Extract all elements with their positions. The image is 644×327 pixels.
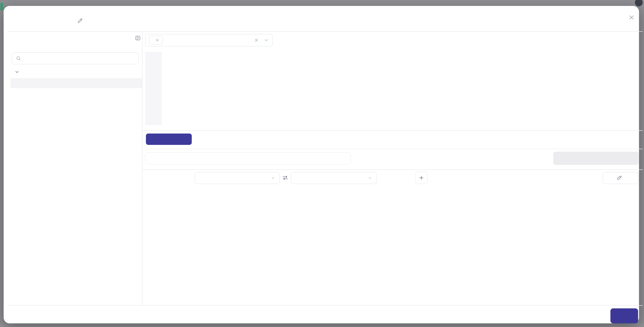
chevron-down-icon — [368, 176, 372, 180]
section-divider — [142, 169, 643, 170]
footer-divider — [7, 305, 643, 306]
avatar — [635, 0, 643, 6]
y-field-select[interactable] — [291, 172, 377, 184]
edit-style-button[interactable] — [603, 172, 638, 184]
clear-selection-icon[interactable] — [254, 38, 259, 43]
sql-editor[interactable] — [145, 53, 639, 124]
add-tile-modal — [4, 6, 639, 323]
chevron-down-icon[interactable] — [264, 38, 269, 43]
create-button[interactable] — [610, 308, 638, 323]
run-query-button[interactable] — [146, 134, 192, 145]
remove-dataset-icon[interactable] — [155, 38, 159, 42]
cancel-button[interactable] — [578, 308, 603, 323]
chart-type-tabs — [145, 152, 351, 164]
close-icon[interactable] — [628, 14, 635, 21]
brush-icon — [616, 175, 622, 181]
screen — [0, 0, 644, 327]
edit-title-icon[interactable] — [77, 18, 83, 24]
app-logo — [0, 3, 3, 11]
chart-table-toggle — [553, 152, 638, 165]
result-chart — [142, 189, 643, 305]
collapse-panel-icon[interactable] — [135, 35, 141, 41]
search-icon — [16, 56, 21, 61]
editor-divider — [142, 130, 643, 131]
dataset-select[interactable] — [145, 34, 273, 46]
chevron-down-icon[interactable] — [14, 70, 20, 75]
dataset-chip — [149, 36, 163, 45]
search-field-container — [12, 53, 138, 64]
add-group-by-button[interactable] — [415, 172, 428, 184]
dataset-row-astronomy-shop-traces[interactable] — [10, 78, 142, 88]
section-divider — [142, 149, 643, 149]
header-divider — [7, 31, 643, 32]
background-chart-strip — [0, 323, 644, 327]
swap-axes-icon[interactable] — [282, 174, 289, 181]
x-field-select[interactable] — [195, 172, 280, 184]
search-input[interactable] — [24, 55, 134, 62]
background-breadcrumb-bar — [0, 0, 644, 6]
chevron-down-icon — [271, 176, 275, 180]
